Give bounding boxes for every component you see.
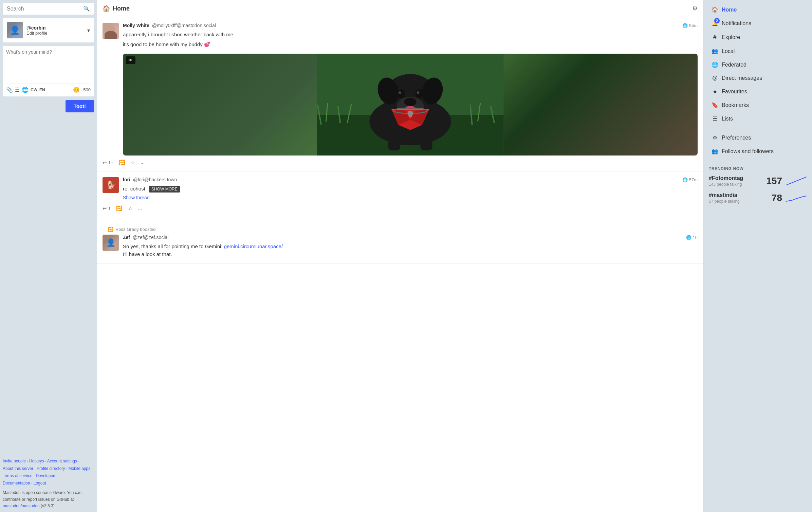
emoji-icon[interactable]: 😊 (73, 87, 80, 93)
compose-box: 📎 ☰ 🌐 CW EN 😊 500 (3, 46, 94, 96)
sidebar-item-lists[interactable]: ☰ Lists (706, 112, 809, 125)
more-action-lori[interactable]: ··· (138, 206, 142, 212)
sidebar-item-preferences[interactable]: ⚙ Preferences (706, 131, 809, 144)
sidebar-item-notifications[interactable]: 🔔 Notifications 2 (706, 17, 809, 30)
post-meta-top-zef: Zef @zef@zef.social 🌐 1h (123, 235, 698, 240)
boost-action-lori[interactable]: 🔁 (116, 205, 123, 212)
favourite-action[interactable]: ☆ (131, 160, 135, 166)
post-author-molly: Molly White (123, 23, 149, 28)
trending-tag-info-2: #mastindia 57 people talking (709, 192, 768, 204)
char-count: 500 (83, 87, 91, 92)
post-header-lori: 🐕 lori @lori@hackers.town 🌐 57m re: coho… (103, 177, 698, 201)
poll-icon[interactable]: ☰ (15, 87, 20, 93)
eye-off-icon: 👁 (128, 58, 133, 63)
sidebar-item-bookmarks[interactable]: 🔖 Bookmarks (706, 98, 809, 112)
invite-people-link[interactable]: Invite people (3, 459, 26, 463)
post-avatar-molly[interactable] (103, 23, 119, 39)
hotkeys-link[interactable]: Hotkeys (29, 459, 44, 463)
globe-icon-zef: 🌐 (686, 235, 691, 240)
lists-icon: ☰ (712, 115, 718, 122)
post-actions-molly: ↩ 1+ 🔁 ☆ ··· (103, 160, 698, 166)
post-author-line-lori: lori @lori@hackers.town (123, 177, 177, 182)
avatar[interactable]: 👤 (7, 22, 23, 38)
account-settings-link[interactable]: Account settings (47, 459, 77, 463)
chevron-down-icon[interactable]: ▾ (87, 27, 90, 34)
logout-link[interactable]: Logout (34, 481, 46, 486)
edit-profile-link[interactable]: Edit profile (26, 31, 47, 36)
show-thread-link[interactable]: Show thread (123, 194, 150, 201)
post-image-molly: 👁 (123, 54, 698, 156)
developers-link[interactable]: Developers (36, 473, 56, 478)
post-actions-lori: ↩ 1 🔁 ☆ ··· (103, 205, 698, 212)
profile-directory-link[interactable]: Profile directory (37, 466, 65, 471)
sidebar-item-favourites[interactable]: ★ Favourites (706, 85, 809, 98)
home-nav-label: Home (722, 7, 737, 13)
post-author-lori: lori (123, 177, 130, 182)
boost-action[interactable]: 🔁 (119, 160, 125, 166)
sidebar-item-home[interactable]: 🏠 Home (706, 3, 809, 16)
post-meta-molly: Molly White @molly0xfff@mastodon.social … (123, 23, 698, 156)
globe-icon[interactable]: 🌐 (22, 87, 29, 93)
feed-header: 🏠 Home ⚙ (97, 0, 703, 17)
trending-chart-2 (786, 193, 807, 203)
about-text: Mastodon is open source software. You ca… (3, 490, 81, 501)
attachment-icon[interactable]: 📎 (6, 87, 13, 93)
reply-action-lori[interactable]: ↩ 1 (103, 205, 111, 212)
compose-textarea[interactable] (6, 49, 91, 80)
reply-action[interactable]: ↩ 1+ (103, 160, 113, 166)
gemini-link[interactable]: gemini.circumlunar.space/ (224, 243, 283, 249)
follows-icon: 👥 (712, 148, 718, 154)
sensitive-image-button[interactable]: 👁 (126, 56, 135, 64)
documentation-link[interactable]: Documentation (3, 481, 30, 486)
language-selector[interactable]: EN (39, 88, 45, 92)
github-link[interactable]: mastodon/mastodon (3, 504, 40, 508)
about-server-link[interactable]: About this server (3, 466, 33, 471)
footer-about: Mastodon is open source software. You ca… (3, 490, 94, 509)
explore-icon: # (712, 34, 718, 41)
post-meta-top: Molly White @molly0xfff@mastodon.social … (123, 23, 698, 28)
trending-item-fotomontag[interactable]: #Fotomontag 143 people talking 157 (709, 175, 807, 187)
post-meta-zef: Zef @zef@zef.social 🌐 1h So yes, thanks … (123, 235, 698, 258)
svg-point-12 (404, 98, 417, 106)
more-action[interactable]: ··· (141, 160, 145, 166)
svg-point-16 (417, 91, 420, 94)
left-footer: Invite people · Hotkeys · Account settin… (3, 452, 94, 509)
trending-sub-1: 143 people talking (709, 182, 762, 187)
sidebar-item-federated[interactable]: 🌐 Federated (706, 58, 809, 71)
trending-title: TRENDING NOW (709, 166, 807, 171)
trending-item-mastindia[interactable]: #mastindia 57 people talking 78 (709, 192, 807, 204)
post-avatar-lori[interactable]: 🐕 (103, 177, 119, 193)
profile-text: @corbin Edit profile (26, 25, 47, 36)
post-zef: 🔁 Ross Grady boosted 👤 Zef @zef@zef.soci… (97, 217, 703, 264)
explore-nav-label: Explore (722, 34, 740, 40)
sidebar-item-direct-messages[interactable]: @ Direct messages (706, 72, 809, 85)
mobile-apps-link[interactable]: Mobile apps (68, 466, 90, 471)
terms-link[interactable]: Terms of service (3, 473, 32, 478)
post-time-molly: 🌐 54m (682, 23, 698, 28)
post-handle-zef: @zef@zef.social (133, 235, 168, 240)
preferences-nav-label: Preferences (722, 135, 751, 141)
favourite-action-lori[interactable]: ☆ (128, 205, 132, 212)
sidebar-item-explore[interactable]: # Explore (706, 30, 809, 44)
sidebar-item-follows-followers[interactable]: 👥 Follows and followers (706, 145, 809, 158)
trending-count-1: 157 (766, 176, 782, 186)
trending-chart-1 (786, 176, 807, 186)
show-more-button[interactable]: SHOW MORE (149, 186, 180, 193)
bookmarks-nav-label: Bookmarks (722, 102, 749, 108)
toot-button[interactable]: Toot! (66, 100, 94, 112)
filter-icon[interactable]: ⚙ (692, 5, 698, 12)
bookmark-icon: 🔖 (712, 102, 718, 108)
dog-photo (123, 54, 698, 156)
trending-tag-info-1: #Fotomontag 143 people talking (709, 175, 762, 187)
content-warning-button[interactable]: CW (31, 88, 37, 92)
sidebar-item-local[interactable]: 👥 Local (706, 44, 809, 58)
post-author-line: Molly White @molly0xfff@mastodon.social (123, 23, 216, 28)
post-lori: 🐕 lori @lori@hackers.town 🌐 57m re: coho… (97, 171, 703, 217)
post-handle-molly: @molly0xfff@mastodon.social (152, 23, 216, 28)
post-time-lori: 🌐 57m (682, 177, 698, 182)
post-avatar-zef[interactable]: 👤 (103, 235, 119, 251)
star-icon: ★ (712, 88, 718, 95)
middle-panel: 🏠 Home ⚙ Molly White @molly0xfff@mastodo… (97, 0, 703, 512)
search-input[interactable] (7, 6, 83, 12)
zef-content-after: I'll have a look at that. (123, 251, 172, 257)
